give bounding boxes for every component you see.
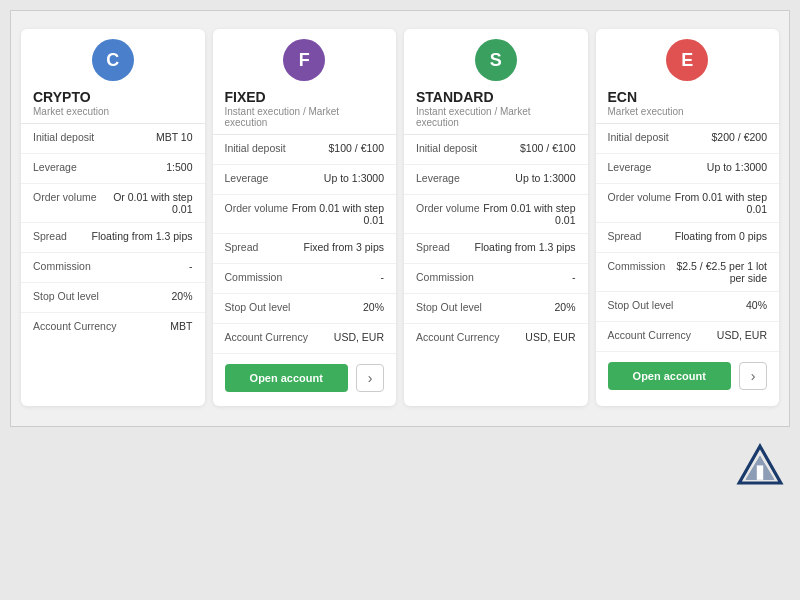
card-header-ecn: EECNMarket execution xyxy=(596,29,780,123)
row-value-crypto-0: MBT 10 xyxy=(94,131,192,143)
card-header-standard: SSTANDARDInstant execution / Market exec… xyxy=(404,29,588,134)
row-fixed-2: Order volumeFrom 0.01 with step 0.01 xyxy=(213,195,397,234)
row-label-ecn-6: Account Currency xyxy=(608,329,691,341)
card-title-fixed: FIXED xyxy=(225,89,266,105)
row-value-ecn-3: Floating from 0 pips xyxy=(641,230,767,242)
row-ecn-0: Initial deposit$200 / €200 xyxy=(596,124,780,154)
row-fixed-5: Stop Out level20% xyxy=(213,294,397,324)
arrow-button-ecn[interactable]: › xyxy=(739,362,767,390)
row-standard-2: Order volumeFrom 0.01 with step 0.01 xyxy=(404,195,588,234)
row-label-ecn-1: Leverage xyxy=(608,161,652,173)
cards-row: CCRYPTOMarket executionInitial depositMB… xyxy=(21,29,779,406)
row-standard-3: SpreadFloating from 1.3 pips xyxy=(404,234,588,264)
bottom-logo xyxy=(0,437,800,487)
row-label-standard-0: Initial deposit xyxy=(416,142,477,154)
row-value-ecn-1: Up to 1:3000 xyxy=(651,161,767,173)
row-label-fixed-5: Stop Out level xyxy=(225,301,291,313)
row-label-fixed-4: Commission xyxy=(225,271,283,283)
row-crypto-1: Leverage1:500 xyxy=(21,154,205,184)
row-value-ecn-2: From 0.01 with step 0.01 xyxy=(671,191,767,215)
row-value-ecn-4: $2.5 / €2.5 per 1 lot per side xyxy=(665,260,767,284)
row-label-crypto-5: Stop Out level xyxy=(33,290,99,302)
card-subtitle-ecn: Market execution xyxy=(608,106,684,117)
row-value-crypto-1: 1:500 xyxy=(77,161,193,173)
row-value-fixed-3: Fixed from 3 pips xyxy=(258,241,384,253)
row-value-crypto-6: MBT xyxy=(116,320,192,332)
row-value-standard-0: $100 / €100 xyxy=(477,142,575,154)
row-crypto-6: Account CurrencyMBT xyxy=(21,313,205,343)
row-value-ecn-5: 40% xyxy=(673,299,767,311)
row-standard-1: LeverageUp to 1:3000 xyxy=(404,165,588,195)
row-label-crypto-2: Order volume xyxy=(33,191,97,203)
row-value-fixed-6: USD, EUR xyxy=(308,331,384,343)
row-label-ecn-3: Spread xyxy=(608,230,642,242)
card-ecn: EECNMarket executionInitial deposit$200 … xyxy=(596,29,780,406)
row-label-standard-1: Leverage xyxy=(416,172,460,184)
card-title-ecn: ECN xyxy=(608,89,638,105)
row-standard-0: Initial deposit$100 / €100 xyxy=(404,135,588,165)
row-fixed-4: Commission- xyxy=(213,264,397,294)
card-fixed: FFIXEDInstant execution / Market executi… xyxy=(213,29,397,406)
card-subtitle-fixed: Instant execution / Market execution xyxy=(225,106,385,128)
row-label-crypto-4: Commission xyxy=(33,260,91,272)
row-value-fixed-4: - xyxy=(282,271,384,283)
row-value-crypto-3: Floating from 1.3 pips xyxy=(67,230,193,242)
row-value-crypto-2: Or 0.01 with step 0.01 xyxy=(97,191,193,215)
card-title-crypto: CRYPTO xyxy=(33,89,91,105)
row-crypto-4: Commission- xyxy=(21,253,205,283)
row-crypto-3: SpreadFloating from 1.3 pips xyxy=(21,223,205,253)
row-fixed-3: SpreadFixed from 3 pips xyxy=(213,234,397,264)
row-ecn-3: SpreadFloating from 0 pips xyxy=(596,223,780,253)
row-label-standard-4: Commission xyxy=(416,271,474,283)
brand-logo-icon xyxy=(736,443,784,487)
row-label-fixed-0: Initial deposit xyxy=(225,142,286,154)
row-label-ecn-4: Commission xyxy=(608,260,666,272)
row-crypto-5: Stop Out level20% xyxy=(21,283,205,313)
card-subtitle-standard: Instant execution / Market execution xyxy=(416,106,576,128)
avatar-fixed: F xyxy=(283,39,325,81)
row-label-standard-3: Spread xyxy=(416,241,450,253)
card-header-crypto: CCRYPTOMarket execution xyxy=(21,29,205,123)
row-value-fixed-2: From 0.01 with step 0.01 xyxy=(288,202,384,226)
card-header-fixed: FFIXEDInstant execution / Market executi… xyxy=(213,29,397,134)
card-title-standard: STANDARD xyxy=(416,89,494,105)
row-value-fixed-5: 20% xyxy=(290,301,384,313)
avatar-standard: S xyxy=(475,39,517,81)
row-label-ecn-2: Order volume xyxy=(608,191,672,203)
row-fixed-6: Account CurrencyUSD, EUR xyxy=(213,324,397,354)
row-ecn-6: Account CurrencyUSD, EUR xyxy=(596,322,780,352)
row-label-ecn-5: Stop Out level xyxy=(608,299,674,311)
svg-rect-3 xyxy=(757,465,763,479)
row-label-fixed-2: Order volume xyxy=(225,202,289,214)
row-label-ecn-0: Initial deposit xyxy=(608,131,669,143)
card-subtitle-crypto: Market execution xyxy=(33,106,109,117)
card-footer-fixed: Open account› xyxy=(213,354,397,392)
row-label-crypto-1: Leverage xyxy=(33,161,77,173)
card-crypto: CCRYPTOMarket executionInitial depositMB… xyxy=(21,29,205,406)
row-value-standard-6: USD, EUR xyxy=(499,331,575,343)
row-label-standard-2: Order volume xyxy=(416,202,480,214)
row-ecn-4: Commission$2.5 / €2.5 per 1 lot per side xyxy=(596,253,780,292)
row-label-standard-6: Account Currency xyxy=(416,331,499,343)
row-value-standard-4: - xyxy=(474,271,576,283)
row-value-crypto-5: 20% xyxy=(99,290,193,302)
open-account-button-fixed[interactable]: Open account xyxy=(225,364,349,392)
row-fixed-1: LeverageUp to 1:3000 xyxy=(213,165,397,195)
row-standard-4: Commission- xyxy=(404,264,588,294)
arrow-button-fixed[interactable]: › xyxy=(356,364,384,392)
row-value-fixed-1: Up to 1:3000 xyxy=(268,172,384,184)
avatar-ecn: E xyxy=(666,39,708,81)
row-label-crypto-0: Initial deposit xyxy=(33,131,94,143)
row-value-standard-1: Up to 1:3000 xyxy=(460,172,576,184)
row-standard-5: Stop Out level20% xyxy=(404,294,588,324)
avatar-crypto: C xyxy=(92,39,134,81)
row-value-ecn-0: $200 / €200 xyxy=(669,131,767,143)
open-account-button-ecn[interactable]: Open account xyxy=(608,362,732,390)
row-standard-6: Account CurrencyUSD, EUR xyxy=(404,324,588,354)
card-footer-ecn: Open account› xyxy=(596,352,780,390)
row-label-crypto-6: Account Currency xyxy=(33,320,116,332)
row-crypto-2: Order volumeOr 0.01 with step 0.01 xyxy=(21,184,205,223)
row-crypto-0: Initial depositMBT 10 xyxy=(21,124,205,154)
row-label-fixed-3: Spread xyxy=(225,241,259,253)
row-value-standard-2: From 0.01 with step 0.01 xyxy=(480,202,576,226)
